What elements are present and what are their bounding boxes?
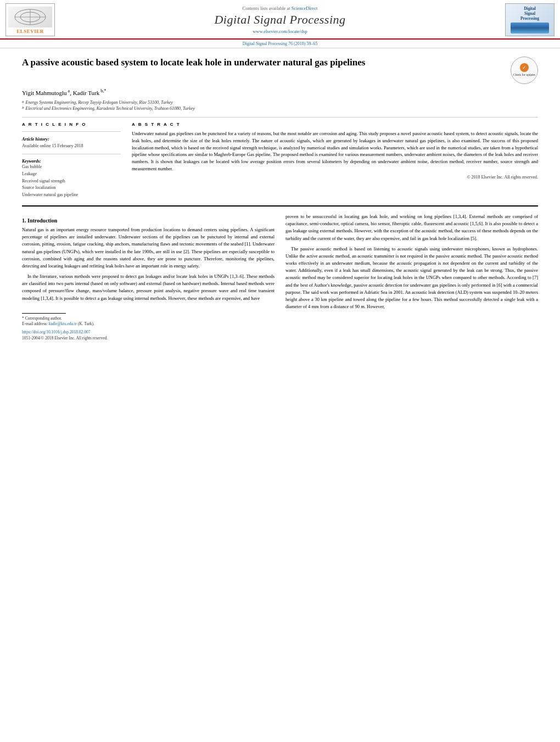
intro-body-right: proven to be unsuccessful in locating ga… bbox=[285, 213, 538, 310]
footnote-star: * Corresponding author. E-mail address: … bbox=[22, 316, 275, 327]
affiliation-2-text: Electrical and Electronics Engineering, … bbox=[26, 105, 195, 111]
intro-para-2: In the literature, various methods were … bbox=[22, 273, 275, 302]
journal-url[interactable]: www.elsevier.com/locate/dsp bbox=[66, 29, 494, 34]
keyword-3: Received signal strength bbox=[22, 178, 121, 185]
journal-logo-right: DigitalSignalProcessing bbox=[505, 3, 555, 36]
keyword-1: Gas bubble bbox=[22, 164, 121, 171]
email-label: E-mail address: bbox=[22, 321, 48, 326]
article-info-title: A R T I C L E I N F O bbox=[22, 122, 121, 127]
abstract-col: A B S T R A C T Underwater natural gas p… bbox=[132, 122, 538, 199]
abstract-text: Underwater natural gas pipelines can be … bbox=[132, 130, 538, 172]
footnote-email[interactable]: kadir@ktu.edu.tr bbox=[49, 321, 77, 326]
dsp-title: DigitalSignalProcessing bbox=[520, 6, 539, 21]
dsp-cover-image bbox=[511, 23, 549, 34]
author-2-name: Kadir Turk bbox=[73, 90, 100, 96]
authors-line: Yigit Mahmutoglu a, Kadir Turk b,* bbox=[22, 88, 538, 96]
intro-para-right-1: proven to be unsuccessful in locating ga… bbox=[285, 213, 538, 242]
science-direct-link[interactable]: ScienceDirect bbox=[292, 5, 318, 11]
doi-link[interactable]: https://doi.org/10.1016/j.dsp.2018.02.00… bbox=[22, 330, 275, 334]
intro-para-right-2: The passive acoustic method is based on … bbox=[285, 246, 538, 311]
body-col-left: 1. Introduction Natural gas is an import… bbox=[22, 213, 275, 341]
article-info-col: A R T I C L E I N F O Article history: A… bbox=[22, 122, 121, 199]
article-title-section: A passive acoustic based system to locat… bbox=[22, 57, 538, 84]
divider-keywords bbox=[22, 154, 121, 154]
copyright-line: © 2018 Elsevier Inc. All rights reserved… bbox=[132, 175, 538, 180]
footnote-person: (K. Turk). bbox=[78, 321, 94, 326]
citation-bar: Digital Signal Processing 76 (2018) 59–6… bbox=[0, 40, 560, 48]
article-title: A passive acoustic based system to locat… bbox=[22, 57, 511, 69]
article-history: Article history: Available online 15 Feb… bbox=[22, 136, 121, 149]
section-divider-top bbox=[22, 117, 538, 118]
available-online: Available online 15 February 2018 bbox=[22, 143, 121, 149]
author-1-name: Yigit Mahmutoglu bbox=[22, 90, 67, 96]
affiliation-1: a Energy Systems Engineering, Recep Tayy… bbox=[22, 99, 538, 105]
journal-center: Contents lists available at ScienceDirec… bbox=[55, 5, 505, 34]
journal-header: ELSEVIER Contents lists available at Sci… bbox=[0, 0, 560, 40]
keyword-2: Leakage bbox=[22, 171, 121, 178]
affiliation-2: b Electrical and Electronics Engineering… bbox=[22, 105, 538, 111]
elsevier-text: ELSEVIER bbox=[16, 29, 44, 34]
keywords-label: Keywords: bbox=[22, 159, 121, 164]
check-updates-badge: ✓ Check for updates bbox=[511, 57, 538, 84]
elsevier-logo-image bbox=[8, 7, 52, 27]
keywords-section: Keywords: Gas bubble Leakage Received si… bbox=[22, 159, 121, 199]
journal-name: Digital Signal Processing bbox=[66, 13, 494, 27]
elsevier-logo: ELSEVIER bbox=[5, 3, 55, 36]
divider-article-info bbox=[22, 131, 121, 132]
body-columns: 1. Introduction Natural gas is an import… bbox=[22, 213, 538, 341]
body-col-right: proven to be unsuccessful in locating ga… bbox=[285, 213, 538, 341]
footnote-divider bbox=[22, 313, 66, 314]
author-1-sup: a bbox=[67, 88, 70, 93]
issn-info: 1051-2004/© 2018 Elsevier Inc. All right… bbox=[22, 336, 275, 341]
article-info-abstract: A R T I C L E I N F O Article history: A… bbox=[22, 122, 538, 199]
author-2-sup: b,* bbox=[99, 88, 106, 93]
article-container: A passive acoustic based system to locat… bbox=[0, 48, 560, 349]
check-updates-label: Check for updates bbox=[513, 73, 535, 77]
history-label: Article history: bbox=[22, 136, 121, 143]
affiliation-1-text: Energy Systems Engineering, Recep Tayyip… bbox=[26, 99, 173, 105]
checkmark-icon: ✓ bbox=[520, 63, 529, 72]
footnote-section: * Corresponding author. E-mail address: … bbox=[22, 313, 275, 341]
intro-para-1: Natural gas is an important energy resou… bbox=[22, 226, 275, 270]
abstract-title: A B S T R A C T bbox=[132, 122, 538, 127]
keyword-5: Underwater natural gas pipeline bbox=[22, 192, 121, 199]
science-direct-line: Contents lists available at ScienceDirec… bbox=[66, 5, 494, 11]
keyword-4: Source localization bbox=[22, 185, 121, 192]
main-divider bbox=[22, 205, 538, 207]
intro-body-left: Natural gas is an important energy resou… bbox=[22, 226, 275, 302]
intro-heading: 1. Introduction bbox=[22, 217, 275, 224]
affiliations: a Energy Systems Engineering, Recep Tayy… bbox=[22, 99, 538, 111]
